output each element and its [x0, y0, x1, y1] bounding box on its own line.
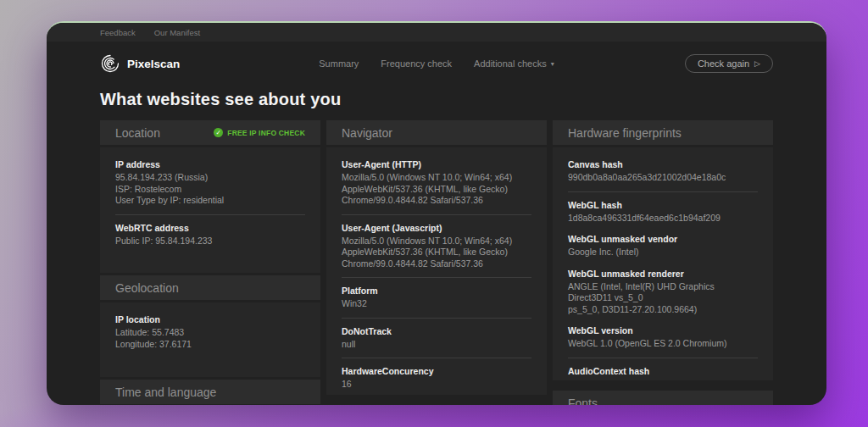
- check-again-button[interactable]: Check again ▷: [685, 54, 773, 73]
- field-label: IP location: [115, 314, 305, 325]
- field-value-line: 95.84.194.233 (Russia): [115, 172, 305, 184]
- field-webgl-vendor: WebGL unmasked vendor Google Inc. (Intel…: [568, 234, 758, 258]
- geolocation-panel-header: Geolocation: [100, 275, 320, 300]
- check-circle-icon: ✓: [214, 128, 223, 137]
- field-value-line: 16: [342, 379, 531, 391]
- navigator-panel-body: User-Agent (HTTP) Mozilla/5.0 (Windows N…: [326, 147, 547, 395]
- field-webrtc-address: WebRTC address Public IP: 95.84.194.233: [115, 223, 305, 247]
- nav-frequency-check[interactable]: Frequency check: [381, 58, 452, 69]
- field-value-line: Chrome/99.0.4844.82 Safari/537.36: [342, 258, 531, 270]
- field-value-line: WebGL 1.0 (OpenGL ES 2.0 Chromium): [568, 338, 758, 350]
- field-value-line: User Type by IP: residential: [115, 195, 305, 207]
- divider: [342, 318, 531, 319]
- location-panel-header: Location ✓ FREE IP INFO CHECK: [100, 120, 320, 145]
- divider: [342, 214, 531, 215]
- field-audiocontext-hash: AudioContext hash ba6689f9a1550fb5eef25d…: [568, 366, 758, 381]
- navigator-title: Navigator: [342, 126, 392, 140]
- field-label: WebGL unmasked renderer: [568, 269, 758, 280]
- geolocation-panel-body: IP location Latitude: 55.7483 Longitude:…: [100, 302, 320, 377]
- field-value-line: Win32: [342, 298, 531, 310]
- field-value-line: Public IP: 95.84.194.233: [115, 236, 305, 247]
- divider: [115, 214, 305, 215]
- field-donottrack: DoNotTrack null: [342, 326, 531, 351]
- content-columns: Location ✓ FREE IP INFO CHECK IP address…: [47, 120, 826, 405]
- page-title: What websites see about you: [47, 87, 826, 111]
- header: Pixelscan Summary Frequency check Additi…: [47, 47, 826, 80]
- field-value-line: ANGLE (Intel, Intel(R) UHD Graphics Dire…: [568, 281, 758, 304]
- field-value-line: Mozilla/5.0 (Windows NT 10.0; Win64; x64…: [342, 172, 531, 184]
- nav-summary[interactable]: Summary: [319, 58, 359, 69]
- field-label: Platform: [342, 286, 531, 297]
- time-language-title: Time and language: [115, 385, 216, 399]
- field-label: User-Agent (Javascript): [342, 223, 531, 234]
- manifest-link[interactable]: Our Manifest: [154, 28, 200, 37]
- navigator-panel-header: Navigator: [326, 120, 547, 145]
- field-value-line: ps_5_0, D3D11-27.20.100.9664): [568, 304, 758, 316]
- field-user-agent-http: User-Agent (HTTP) Mozilla/5.0 (Windows N…: [342, 159, 531, 207]
- field-value-line: Google Inc. (Intel): [568, 247, 758, 258]
- field-label: User-Agent (HTTP): [342, 159, 531, 170]
- field-value-line: 990db0a8a0aa265a3d21002d04e18a0c: [568, 172, 758, 184]
- brand-logo[interactable]: Pixelscan: [100, 53, 180, 74]
- field-label: Canvas hash: [568, 159, 758, 170]
- field-value-line: Mozilla/5.0 (Windows NT 10.0; Win64; x64…: [342, 236, 531, 247]
- brand-name: Pixelscan: [127, 58, 180, 70]
- field-value-line: ISP: Rostelecom: [115, 184, 305, 196]
- field-label: WebGL version: [568, 325, 758, 336]
- field-label: WebGL unmasked vendor: [568, 234, 758, 245]
- hardware-panel-header: Hardware fingerprints: [553, 120, 773, 145]
- free-ip-info-check-link[interactable]: ✓ FREE IP INFO CHECK: [214, 128, 305, 137]
- hardware-title: Hardware fingerprints: [568, 126, 682, 140]
- badge-label: FREE IP INFO CHECK: [227, 129, 305, 137]
- field-canvas-hash: Canvas hash 990db0a8a0aa265a3d21002d04e1…: [568, 159, 758, 184]
- divider: [568, 358, 758, 358]
- app-window: Feedback Our Manifest Pixelscan Summary …: [47, 21, 826, 405]
- pixelscan-spiral-icon: [100, 53, 120, 74]
- nav-additional-checks-label: Additional checks: [474, 58, 547, 69]
- field-label: DoNotTrack: [342, 326, 531, 337]
- fonts-panel-header: Fonts: [553, 391, 773, 405]
- field-value-line: Latitude: 55.7483: [115, 327, 305, 339]
- field-webgl-hash: WebGL hash 1d8a8ca496331df64eaed6c1b94af…: [568, 200, 758, 225]
- field-value-line: Longitude: 37.6171: [115, 339, 305, 351]
- field-value-line: ba6689f9a1550fb5eef25d1fc682c8c1: [568, 379, 758, 381]
- chevron-down-icon: ▾: [551, 60, 554, 68]
- field-value-line: AppleWebKit/537.36 (KHTML, like Gecko): [342, 184, 531, 196]
- field-value-line: 1d8a8ca496331df64eaed6c1b94af209: [568, 213, 758, 225]
- field-webgl-renderer: WebGL unmasked renderer ANGLE (Intel, In…: [568, 269, 758, 316]
- main-nav: Summary Frequency check Additional check…: [319, 58, 554, 69]
- column-right: Hardware fingerprints Canvas hash 990db0…: [553, 120, 773, 405]
- field-ip-location: IP location Latitude: 55.7483 Longitude:…: [115, 314, 305, 350]
- field-platform: Platform Win32: [342, 286, 531, 310]
- divider: [342, 358, 531, 358]
- field-hardware-concurrency: HardwareConcurency 16: [342, 366, 531, 391]
- location-title: Location: [115, 126, 160, 140]
- field-value-line: Chrome/99.0.4844.82 Safari/537.36: [342, 195, 531, 207]
- hardware-panel-body: Canvas hash 990db0a8a0aa265a3d21002d04e1…: [553, 147, 773, 380]
- field-value-line: AppleWebKit/537.36 (KHTML, like Gecko): [342, 247, 531, 258]
- divider: [568, 191, 758, 192]
- time-language-panel-header: Time and language: [100, 380, 320, 404]
- location-panel-body: IP address 95.84.194.233 (Russia) ISP: R…: [100, 147, 320, 273]
- field-label: AudioContext hash: [568, 366, 758, 377]
- play-icon: ▷: [754, 59, 760, 68]
- field-user-agent-js: User-Agent (Javascript) Mozilla/5.0 (Win…: [342, 223, 531, 270]
- field-label: WebGL hash: [568, 200, 758, 211]
- nav-additional-checks[interactable]: Additional checks ▾: [474, 58, 554, 69]
- field-label: WebRTC address: [115, 223, 305, 234]
- check-again-label: Check again: [698, 58, 749, 69]
- divider: [342, 277, 531, 278]
- field-webgl-version: WebGL version WebGL 1.0 (OpenGL ES 2.0 C…: [568, 325, 758, 350]
- field-label: IP address: [115, 159, 305, 170]
- field-label: HardwareConcurency: [342, 366, 531, 377]
- field-value-line: null: [342, 339, 531, 351]
- field-ip-address: IP address 95.84.194.233 (Russia) ISP: R…: [115, 159, 305, 207]
- feedback-link[interactable]: Feedback: [100, 28, 136, 37]
- column-middle: Navigator User-Agent (HTTP) Mozilla/5.0 …: [326, 120, 547, 405]
- topbar: Feedback Our Manifest: [47, 23, 826, 42]
- geolocation-title: Geolocation: [115, 281, 179, 295]
- fonts-title: Fonts: [568, 396, 598, 406]
- column-left: Location ✓ FREE IP INFO CHECK IP address…: [100, 120, 320, 405]
